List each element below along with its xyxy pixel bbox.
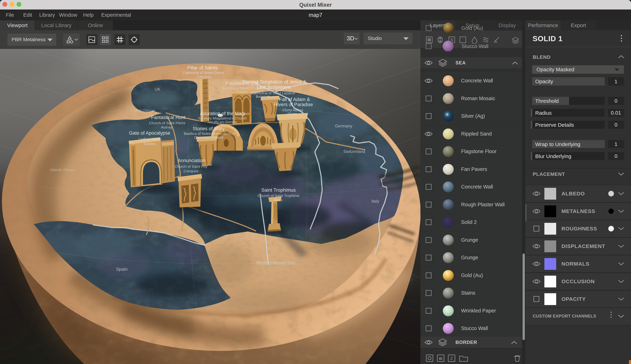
svg-text:Gate of Apocalypse: Gate of Apocalypse <box>129 130 170 136</box>
svg-text:Neuilly-en-Donjon: Neuilly-en-Donjon <box>208 120 237 124</box>
svg-text:Second Temptation of Jesus &: Second Temptation of Jesus & <box>242 79 306 84</box>
svg-text:Basilica of Saint-Urbain: Basilica of Saint-Urbain <box>222 86 260 90</box>
svg-text:St. Mary Magdalena's Church: St. Mary Magdalena's Church <box>198 116 247 120</box>
svg-text:Stories of Mary: Stories of Mary <box>192 126 225 131</box>
svg-text:Fantastical Hunt: Fantastical Hunt <box>151 115 186 120</box>
svg-text:Belgium: Belgium <box>256 95 270 98</box>
svg-text:Conques: Conques <box>184 169 198 173</box>
svg-text:Troyes: Troyes <box>236 90 247 94</box>
svg-text:Aulnay: Aulnay <box>161 125 172 129</box>
svg-text:Cathedral of Saint Lazarus: Cathedral of Saint Lazarus <box>252 91 295 95</box>
svg-text:Last Judgement: Last Judgement <box>257 85 291 90</box>
svg-text:English Channel: English Channel <box>130 108 155 112</box>
svg-text:ID: ID <box>439 356 442 360</box>
svg-text:Cathedral of Notre-Dame: Cathedral of Notre-Dame <box>183 70 224 75</box>
svg-text:Cluny Abbey: Cluny Abbey <box>282 108 303 112</box>
svg-text:Italy: Italy <box>372 199 379 204</box>
svg-text:Atlantic Ocean: Atlantic Ocean <box>50 168 74 172</box>
svg-text:UK: UK <box>154 87 160 92</box>
svg-text:Mediterranean Sea: Mediterranean Sea <box>256 260 296 266</box>
svg-text:Basilica of Notre-Dame-du-Port: Basilica of Notre-Dame-du-Port <box>184 132 235 136</box>
svg-text:Fall of Adam &: Fall of Adam & <box>279 97 310 102</box>
svg-text:Church of Saint Foy: Church of Saint Foy <box>175 164 208 168</box>
svg-text:Saintes: Saintes <box>144 142 156 146</box>
svg-text:Cluny: Cluny <box>288 112 297 116</box>
svg-text:Saint Trophimus: Saint Trophimus <box>261 188 296 193</box>
svg-text:Church of Saint Pierre: Church of Saint Pierre <box>149 121 186 125</box>
svg-text:Germany: Germany <box>335 124 352 128</box>
svg-text:Pillar of Saints: Pillar of Saints <box>187 65 218 70</box>
svg-text:Ladies' Abbey: Ladies' Abbey <box>138 137 162 141</box>
svg-text:Spain: Spain <box>116 266 128 272</box>
svg-text:Annunciation: Annunciation <box>178 158 205 163</box>
svg-text:2: 2 <box>450 356 453 361</box>
svg-text:Switzerland: Switzerland <box>343 149 365 154</box>
svg-text:Rivers of Paradise: Rivers of Paradise <box>274 102 313 107</box>
svg-text:Arles: Arles <box>274 198 282 202</box>
svg-text:Chartres: Chartres <box>197 75 212 79</box>
svg-text:Church of Saint Trophime: Church of Saint Trophime <box>258 194 300 198</box>
svg-text:Clermont-Ferrand: Clermont-Ferrand <box>194 135 223 140</box>
